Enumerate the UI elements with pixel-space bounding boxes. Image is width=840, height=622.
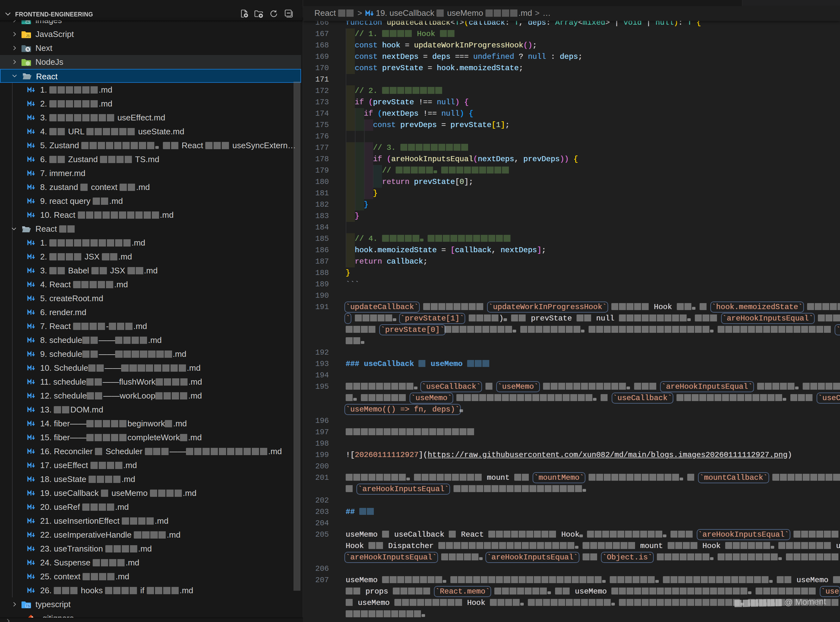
svg-text:TS: TS bbox=[26, 604, 30, 608]
svg-text:N: N bbox=[27, 48, 29, 51]
svg-text:JS: JS bbox=[26, 34, 30, 38]
